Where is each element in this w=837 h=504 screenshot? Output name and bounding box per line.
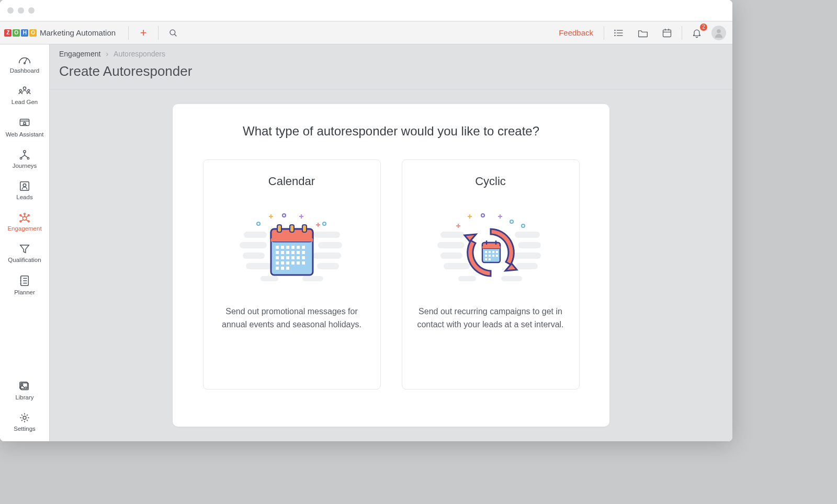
- svg-point-63: [323, 222, 326, 225]
- notifications-button[interactable]: 2: [687, 26, 706, 40]
- product-name: Marketing Automation: [40, 28, 116, 37]
- nav-label: Leads: [16, 194, 32, 200]
- svg-marker-110: [505, 264, 517, 271]
- svg-rect-53: [243, 253, 265, 259]
- svg-rect-91: [291, 261, 295, 265]
- minimize-dot[interactable]: [18, 7, 24, 14]
- svg-rect-60: [302, 276, 323, 281]
- web-assistant-icon: [18, 117, 31, 129]
- feedback-link[interactable]: Feedback: [559, 28, 593, 37]
- svg-rect-58: [317, 263, 339, 269]
- breadcrumb-parent[interactable]: Engagement: [59, 50, 100, 58]
- list-view-button[interactable]: [609, 26, 628, 40]
- nav-item-settings[interactable]: Settings: [0, 407, 49, 437]
- svg-rect-69: [302, 225, 307, 232]
- zoho-logo: Z O H O: [4, 29, 37, 37]
- divider: [604, 26, 604, 40]
- svg-rect-86: [297, 256, 300, 259]
- svg-rect-52: [240, 242, 267, 248]
- nav-item-library[interactable]: Library: [0, 375, 49, 406]
- lead-gen-icon: [18, 85, 31, 97]
- calendar-icon: [662, 28, 672, 38]
- chevron-right-icon: ›: [106, 50, 108, 58]
- search-icon: [168, 28, 178, 38]
- svg-rect-106: [501, 276, 522, 281]
- main-content: Engagement › Autoresponders Create Autor…: [50, 44, 732, 441]
- svg-rect-118: [489, 251, 491, 253]
- nav-item-dashboard[interactable]: Dashboard: [0, 49, 49, 79]
- svg-rect-80: [297, 251, 300, 254]
- dashboard-icon: [18, 54, 31, 65]
- search-button[interactable]: [164, 26, 183, 40]
- app-window: Z O H O Marketing Automation + Feedback: [0, 0, 732, 441]
- svg-point-107: [481, 214, 484, 217]
- svg-point-29: [23, 216, 27, 220]
- svg-rect-97: [440, 232, 465, 238]
- nav-label: Lead Gen: [12, 99, 38, 105]
- nav-label: Qualification: [8, 257, 41, 263]
- svg-rect-75: [302, 246, 305, 249]
- svg-point-12: [717, 29, 721, 33]
- svg-point-61: [282, 214, 286, 217]
- svg-rect-70: [276, 246, 279, 249]
- divider: [128, 26, 129, 40]
- zoom-dot[interactable]: [28, 7, 35, 14]
- qualification-icon: [19, 243, 30, 255]
- svg-rect-87: [302, 256, 305, 259]
- logo-letter: Z: [4, 29, 12, 37]
- svg-rect-123: [492, 255, 494, 257]
- svg-marker-111: [465, 234, 476, 242]
- svg-rect-73: [291, 246, 295, 249]
- nav-label: Settings: [14, 426, 36, 432]
- svg-rect-103: [513, 253, 541, 259]
- svg-point-62: [257, 222, 260, 225]
- svg-point-37: [28, 221, 29, 222]
- nav-item-qualification[interactable]: Qualification: [0, 238, 49, 268]
- logo-letter: H: [21, 29, 28, 37]
- svg-rect-68: [290, 225, 294, 232]
- option-card-cyclic[interactable]: Cyclic: [402, 159, 580, 390]
- nav-label: Planner: [14, 289, 35, 295]
- svg-point-6: [614, 35, 616, 36]
- planner-icon: [19, 274, 30, 287]
- nav-item-planner[interactable]: Planner: [0, 269, 49, 301]
- nav-item-lead-gen[interactable]: Lead Gen: [0, 80, 49, 110]
- svg-point-42: [20, 280, 21, 281]
- nav-label: Journeys: [13, 163, 37, 169]
- option-panel: What type of autoresponder would you lik…: [173, 104, 609, 427]
- option-description: Send out promotional messages for annual…: [216, 305, 368, 331]
- calendar-button[interactable]: [658, 26, 676, 40]
- option-title: Calendar: [268, 175, 315, 188]
- nav-label: Dashboard: [10, 67, 39, 74]
- svg-point-50: [23, 416, 26, 419]
- list-icon: [614, 28, 624, 38]
- divider: [158, 26, 159, 40]
- svg-point-35: [20, 214, 21, 216]
- svg-rect-84: [286, 256, 289, 259]
- svg-rect-96: [286, 267, 289, 270]
- svg-rect-82: [276, 256, 279, 259]
- add-button[interactable]: +: [134, 26, 153, 40]
- profile-avatar[interactable]: [711, 26, 726, 40]
- brand[interactable]: Z O H O Marketing Automation: [4, 28, 123, 37]
- nav-item-leads[interactable]: Leads: [0, 175, 49, 205]
- svg-rect-102: [518, 242, 541, 248]
- calendar-illustration: [216, 198, 368, 297]
- close-dot[interactable]: [7, 7, 14, 14]
- svg-rect-81: [302, 251, 305, 254]
- nav-item-web-assistant[interactable]: Web Assistant: [0, 111, 49, 143]
- svg-rect-51: [244, 232, 267, 238]
- panel-heading: What type of autoresponder would you lik…: [194, 124, 589, 139]
- nav-item-journeys[interactable]: Journeys: [0, 144, 49, 174]
- folder-button[interactable]: [634, 26, 652, 40]
- leads-icon: [18, 180, 31, 192]
- svg-point-14: [24, 63, 26, 64]
- svg-point-41: [20, 277, 21, 278]
- svg-rect-27: [20, 182, 29, 191]
- nav-item-engagement[interactable]: Engagement: [0, 207, 49, 237]
- svg-rect-125: [485, 258, 487, 260]
- svg-rect-124: [496, 255, 498, 257]
- svg-rect-99: [440, 253, 462, 259]
- svg-point-0: [170, 30, 175, 35]
- option-card-calendar[interactable]: Calendar: [203, 159, 381, 390]
